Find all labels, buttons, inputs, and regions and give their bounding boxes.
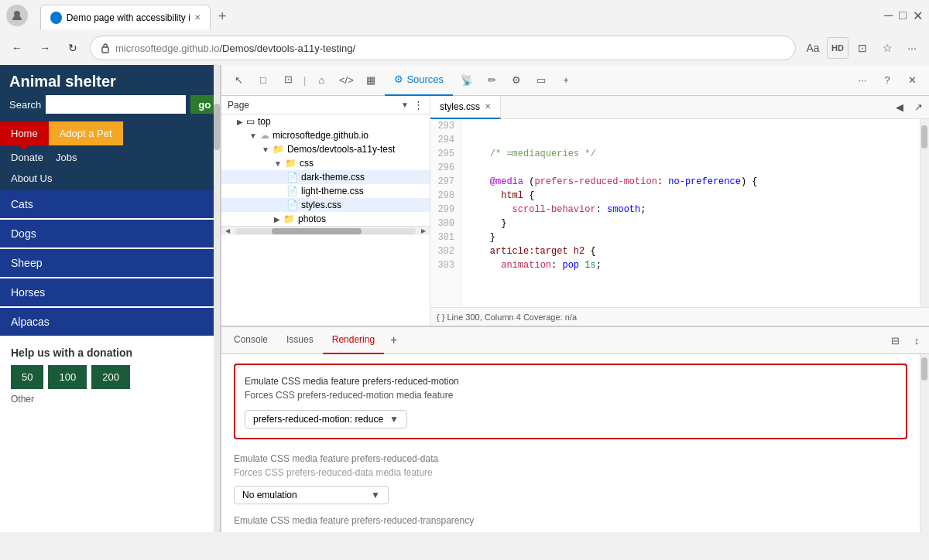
url-bar[interactable]: microsoftedge.github.io/Demos/devtools-a… <box>90 36 796 60</box>
devtools-right-controls: ··· ? ✕ <box>852 70 923 91</box>
more-tools-button[interactable]: ··· <box>852 70 873 91</box>
rendering-tab[interactable]: Rendering <box>323 326 384 354</box>
rendering-scrollbar-thumb <box>921 357 927 381</box>
tree-top[interactable]: ▶ ▭ top <box>221 114 430 128</box>
website-scrollbar[interactable] <box>214 65 220 532</box>
elements-tab-btn[interactable]: ⊡ <box>277 70 299 91</box>
element-picker-button[interactable]: ↖ <box>228 70 249 91</box>
h-scroll-track <box>235 228 416 234</box>
add-tool-btn[interactable]: + <box>555 70 577 91</box>
search-label: Search <box>9 99 41 111</box>
search-input[interactable] <box>46 95 186 114</box>
close-button[interactable]: ✕ <box>913 9 923 23</box>
tree-folder1[interactable]: ▼ 📁 Demos/devtools-a11y-test <box>221 142 430 156</box>
bottom-tabs: Console Issues Rendering + ⊟ ↕ <box>221 326 929 354</box>
tree-file-light[interactable]: 📄 light-theme.css <box>221 184 430 198</box>
tree-label-folder1: Demos/devtools-a11y-test <box>287 144 395 155</box>
address-bar: ← → ↻ microsoftedge.github.io/Demos/devt… <box>0 31 929 65</box>
wifi-tool-btn[interactable]: 📡 <box>456 70 478 91</box>
paint-tool-btn[interactable]: ✏ <box>481 70 502 91</box>
other-link[interactable]: Other <box>11 394 209 405</box>
active-tab[interactable]: Demo page with accessibility iss ✕ <box>40 5 211 29</box>
prefers-reduced-transparency-title: Emulate CSS media feature prefers-reduce… <box>234 514 907 528</box>
console-tab[interactable]: Console <box>225 326 277 354</box>
minimize-button[interactable]: ─ <box>884 9 893 23</box>
nav-about-link[interactable]: About Us <box>11 172 52 184</box>
dropdown-arrow: ▼ <box>401 101 409 109</box>
favorites-button[interactable]: ☆ <box>876 37 898 59</box>
nav-jobs-link[interactable]: Jobs <box>56 152 77 163</box>
sidebar-item-dogs[interactable]: Dogs <box>0 220 220 248</box>
forward-button[interactable]: → <box>34 37 56 59</box>
h-scroll-right-btn[interactable]: ▶ <box>417 227 430 236</box>
profile-icon[interactable] <box>6 5 28 26</box>
sources-tab-button[interactable]: ⚙ Sources <box>385 65 453 96</box>
nav-donate-link[interactable]: Donate <box>11 152 43 163</box>
donate-50-button[interactable]: 50 <box>11 365 43 389</box>
rendering-scrollbar[interactable] <box>920 354 929 532</box>
editor-nav-btn2[interactable]: ↗ <box>910 100 926 115</box>
new-tab-button[interactable]: + <box>211 4 235 29</box>
split-view-button[interactable]: ⊟ <box>886 331 904 350</box>
network-tool-btn[interactable]: ▦ <box>360 70 382 91</box>
restore-button[interactable]: □ <box>899 9 907 23</box>
bottom-tab-actions: ⊟ ↕ <box>886 331 926 350</box>
sidebar-item-cats[interactable]: Cats <box>0 190 220 218</box>
styles-css-tab[interactable]: styles.css ✕ <box>430 96 501 119</box>
tree-file-dark[interactable]: 📄 dark-theme.css <box>221 170 430 184</box>
help-button[interactable]: ? <box>876 70 898 91</box>
donate-100-button[interactable]: 100 <box>48 365 87 389</box>
add-panel-button[interactable]: + <box>384 333 403 347</box>
prefers-reduced-data-title: Emulate CSS media feature prefers-reduce… <box>234 452 907 480</box>
code-line-300: } <box>468 217 914 230</box>
dropdown-arrow2-icon: ▼ <box>371 490 380 500</box>
home-tool-btn[interactable]: ⌂ <box>310 70 332 91</box>
nav-row3: About Us <box>0 169 220 190</box>
tree-label-css: css <box>300 158 314 169</box>
code-line-299: scroll-behavior: smooth; <box>468 203 914 217</box>
tree-photos-folder[interactable]: ▶ 📁 photos <box>221 212 430 226</box>
refresh-button[interactable]: ↻ <box>62 37 84 59</box>
tree-file-styles[interactable]: 📄 styles.css <box>221 198 430 212</box>
layers-tool-btn[interactable]: ▭ <box>530 70 552 91</box>
donate-200-button[interactable]: 200 <box>91 365 130 389</box>
tab-close-button[interactable]: ✕ <box>194 13 201 22</box>
styles-css-tab-close[interactable]: ✕ <box>485 102 491 111</box>
hd-button[interactable]: HD <box>827 37 848 59</box>
donation-title: Help us with a donation <box>11 347 209 359</box>
tab-bar: Demo page with accessibility iss ✕ + <box>34 2 878 29</box>
h-scroll-left-btn[interactable]: ◀ <box>221 227 234 236</box>
sidebar-toggle-btn[interactable]: ◀ <box>892 100 907 115</box>
bottom-panel-settings[interactable]: ↕ <box>907 331 926 350</box>
sidebar-item-horses[interactable]: Horses <box>0 278 220 306</box>
panel-more-button[interactable]: ⋮ <box>413 99 423 111</box>
code-status-text: { } Line 300, Column 4 Coverage: n/a <box>437 312 577 322</box>
back-button[interactable]: ← <box>6 37 28 59</box>
close-devtools-button[interactable]: ✕ <box>901 70 923 91</box>
tree-css-folder[interactable]: ▼ 📁 css <box>221 156 430 170</box>
reader-mode-button[interactable]: Aa <box>802 37 824 59</box>
title-bar: Demo page with accessibility iss ✕ + ─ □… <box>0 0 929 31</box>
devtools-panel: ↖ □ ⊡ | ⌂ </> ▦ ⚙ Sources 📡 ✏ ⚙ ▭ + ··· … <box>221 65 929 532</box>
device-toolbar-button[interactable]: □ <box>252 70 274 91</box>
sidebar-item-alpacas[interactable]: Alpacas <box>0 308 220 336</box>
code-line-298: html { <box>468 189 914 203</box>
tree-host[interactable]: ▼ ☁ microsoftedge.github.io <box>221 128 430 142</box>
tree-arrow-css: ▼ <box>274 159 282 168</box>
code-scrollbar[interactable] <box>920 119 929 307</box>
code-tool-btn[interactable]: </> <box>335 70 357 91</box>
issues-tab[interactable]: Issues <box>277 326 323 354</box>
sidebar-item-sheep[interactable]: Sheep <box>0 249 220 277</box>
more-button[interactable]: ··· <box>901 37 923 59</box>
screenshot-button[interactable]: ⊡ <box>852 37 873 59</box>
prefers-reduced-data-dropdown[interactable]: No emulation ▼ <box>234 486 389 504</box>
nav-home-link[interactable]: Home <box>0 121 49 145</box>
window-controls: ─ □ ✕ <box>884 9 923 23</box>
line-numbers: 293 294 295 296 297 298 299 300 301 302 … <box>430 119 461 307</box>
prefers-reduced-motion-title: Emulate CSS media feature prefers-reduce… <box>245 374 896 402</box>
settings-tool-btn[interactable]: ⚙ <box>506 70 527 91</box>
nav-adopt-link[interactable]: Adopt a Pet <box>49 121 123 145</box>
prefers-reduced-motion-dropdown[interactable]: prefers-reduced-motion: reduce ▼ <box>245 410 407 429</box>
h-scrollbar[interactable]: ◀ ▶ <box>221 226 430 235</box>
folder1-icon: 📁 <box>273 144 284 155</box>
